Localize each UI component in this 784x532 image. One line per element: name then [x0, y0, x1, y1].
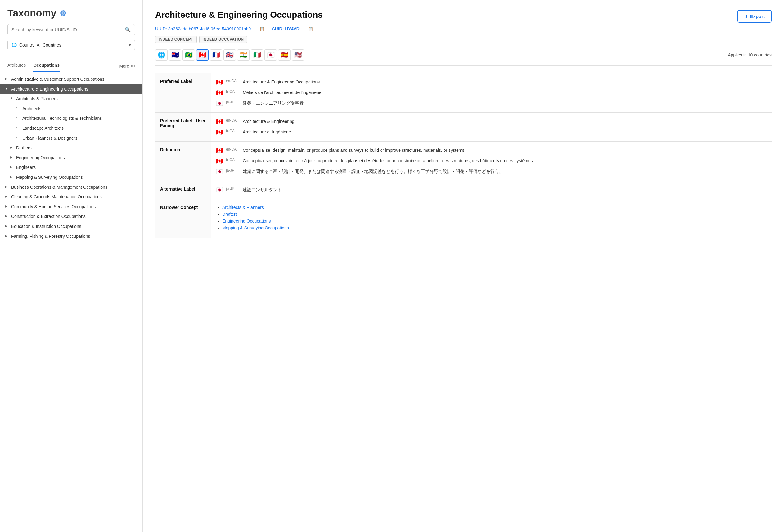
more-icon: ••• — [130, 64, 135, 68]
tree-item-arch-planners[interactable]: ▼Architects & Planners — [0, 94, 142, 104]
flag-btn-br[interactable]: 🇧🇷 — [183, 49, 195, 60]
page-title: Architecture & Engineering Occupations — [155, 10, 323, 20]
flag-small: 🇯🇵 — [216, 187, 223, 193]
table-row: Alternative Label🇯🇵ja-JP建設コンサルタント — [155, 181, 772, 199]
tree-label: Business Operations & Management Occupat… — [11, 185, 135, 191]
tree-item-drafters[interactable]: ▶Drafters — [0, 143, 142, 153]
tree-arrow: ▶ — [10, 165, 15, 169]
flag-btn-jp[interactable]: 🇯🇵 — [264, 49, 277, 60]
gear-icon[interactable]: ⚙ — [60, 9, 66, 18]
flag-small: 🇨🇦 — [216, 89, 223, 96]
tree-item-engineers[interactable]: ▶Engineers — [0, 163, 142, 173]
tab-attributes[interactable]: Attributes — [7, 60, 26, 72]
flag-small: 🇯🇵 — [216, 168, 223, 175]
lang-code: fr-CA — [226, 129, 238, 133]
flag-btn-us[interactable]: 🇺🇸 — [292, 49, 304, 60]
uuid-row: UUID: 3a362adc-b067-4cd6-96ee-543910001a… — [155, 26, 772, 31]
flag-btn-it[interactable]: 🇮🇹 — [251, 49, 263, 60]
lang-code: ja-JP — [226, 168, 238, 173]
tree-item-urban[interactable]: •Urban Planners & Designers — [0, 134, 142, 143]
section-content: Architects & PlannersDraftersEngineering… — [211, 199, 772, 238]
copy-uuid-icon[interactable]: 📋 — [259, 27, 264, 31]
narrower-link[interactable]: Mapping & Surveying Occupations — [222, 225, 289, 230]
lang-text: 建築に関する企画・設計・開発、または関連する測量・調査・地図調整などを行う。様々… — [243, 168, 503, 175]
tree-label: Architecture & Engineering Occupations — [11, 86, 135, 92]
tree-label: Cleaning & Grounds Maintenance Occupatio… — [11, 194, 135, 200]
tree-item-eng-occ[interactable]: ▶Engineering Occupations — [0, 153, 142, 163]
flag-btn-gb[interactable]: 🇬🇧 — [223, 49, 236, 60]
tree-arrow: ▼ — [5, 86, 10, 90]
flag-btn-globe[interactable]: 🌐 — [155, 49, 168, 60]
lang-row: 🇨🇦en-CAConceptualise, design, maintain, … — [216, 147, 766, 154]
tree-item-arch-tech[interactable]: •Architectural Technologists & Technicia… — [0, 114, 142, 123]
tree-item-farming[interactable]: ▶Farming, Fishing & Forestry Occupations — [0, 231, 142, 242]
badge: INDEED OCCUPATION — [199, 36, 247, 43]
export-button[interactable]: ⬇ Export — [737, 10, 772, 23]
narrower-link[interactable]: Engineering Occupations — [222, 219, 271, 223]
lang-row: 🇯🇵ja-JP建築・エンジニアリング従事者 — [216, 100, 766, 107]
flag-small: 🇨🇦 — [216, 79, 223, 86]
table-row: Preferred Label🇨🇦en-CAArchitecture & Eng… — [155, 73, 772, 113]
table-row: Narrower ConceptArchitects & PlannersDra… — [155, 199, 772, 238]
section-label: Definition — [155, 142, 211, 181]
flag-btn-au[interactable]: 🇦🇺 — [169, 49, 181, 60]
tree-arrow: ▶ — [5, 204, 10, 208]
more-label: More — [119, 64, 129, 68]
flag-btn-in[interactable]: 🇮🇳 — [237, 49, 250, 60]
tree-label: Mapping & Surveying Occupations — [16, 174, 135, 180]
tree-item-education[interactable]: ▶Education & Instruction Occupations — [0, 222, 142, 231]
tree-arrow: ▶ — [10, 155, 15, 159]
applies-text: Applies in 10 countries — [728, 52, 772, 57]
lang-code: ja-JP — [226, 100, 238, 104]
uuid-text: UUID: 3a362adc-b067-4cd6-96ee-543910001a… — [155, 26, 251, 31]
flag-btn-fr[interactable]: 🇫🇷 — [210, 49, 222, 60]
flag-btn-ca[interactable]: 🇨🇦 — [196, 49, 208, 60]
lang-text: Conceptualise, design, maintain, or prod… — [243, 147, 466, 153]
copy-suid-icon[interactable]: 📋 — [308, 27, 313, 31]
tree-label: Administrative & Customer Support Occupa… — [11, 76, 135, 83]
section-content: 🇨🇦en-CAArchitecture & Engineering🇨🇦fr-CA… — [211, 113, 772, 142]
main-content: Architecture & Engineering Occupations ⬇… — [143, 0, 784, 532]
flag-small: 🇨🇦 — [216, 129, 223, 136]
tree-item-cleaning[interactable]: ▶Cleaning & Grounds Maintenance Occupati… — [0, 192, 142, 202]
tree-item-landscape[interactable]: •Landscape Architects — [0, 123, 142, 134]
search-box[interactable]: 🔍 — [7, 24, 135, 35]
badges-row: INDEED CONCEPTINDEED OCCUPATION — [155, 36, 772, 43]
section-content: 🇨🇦en-CAArchitecture & Engineering Occupa… — [211, 73, 772, 113]
tree-item-business[interactable]: ▶Business Operations & Management Occupa… — [0, 183, 142, 192]
tree-item-construction[interactable]: ▶Construction & Extraction Occupations — [0, 212, 142, 222]
flag-btn-es[interactable]: 🇪🇸 — [278, 49, 290, 60]
tree-label: Landscape Architects — [22, 125, 135, 132]
tree-item-mapping[interactable]: ▶Mapping & Surveying Occupations — [0, 173, 142, 183]
narrower-link[interactable]: Architects & Planners — [222, 205, 264, 210]
tree-arrow: • — [16, 125, 21, 128]
tree-item-architects[interactable]: •Architects — [0, 104, 142, 114]
lang-text: Architecture & Engineering — [243, 118, 295, 125]
country-select[interactable]: 🌐 Country: All Countries ▾ — [7, 40, 135, 50]
tree-label: Engineering Occupations — [16, 155, 135, 161]
search-input[interactable] — [11, 27, 125, 32]
tree-label: Architectural Technologists & Technician… — [22, 115, 135, 122]
sidebar-title-text: Taxonomy — [7, 7, 56, 19]
lang-code: fr-CA — [226, 158, 238, 162]
tree-item-community[interactable]: ▶Community & Human Services Occupations — [0, 202, 142, 212]
tree-label: Architects & Planners — [16, 96, 135, 102]
tree-arrow: ▶ — [5, 214, 10, 218]
tree-item-admin[interactable]: ▶Administrative & Customer Support Occup… — [0, 75, 142, 84]
tree-arrow: • — [16, 106, 21, 109]
list-item: Architects & Planners — [222, 205, 766, 210]
tree-item-arch-eng[interactable]: ▼Architecture & Engineering Occupations — [0, 84, 142, 94]
flag-small: 🇨🇦 — [216, 118, 223, 125]
narrower-list: Architects & PlannersDraftersEngineering… — [216, 205, 766, 230]
tree-arrow: ▶ — [5, 194, 10, 198]
tab-occupations[interactable]: Occupations — [33, 60, 60, 72]
narrower-link[interactable]: Drafters — [222, 212, 238, 217]
tree-arrow: • — [16, 115, 21, 118]
tree-label: Construction & Extraction Occupations — [11, 214, 135, 220]
section-label: Alternative Label — [155, 181, 211, 199]
flag-small: 🇯🇵 — [216, 100, 223, 107]
sidebar-title: Taxonomy ⚙ — [7, 7, 135, 19]
tree-arrow: ▼ — [10, 96, 15, 100]
tab-more[interactable]: More ••• — [119, 64, 135, 68]
tree-arrow: ▶ — [10, 174, 15, 178]
